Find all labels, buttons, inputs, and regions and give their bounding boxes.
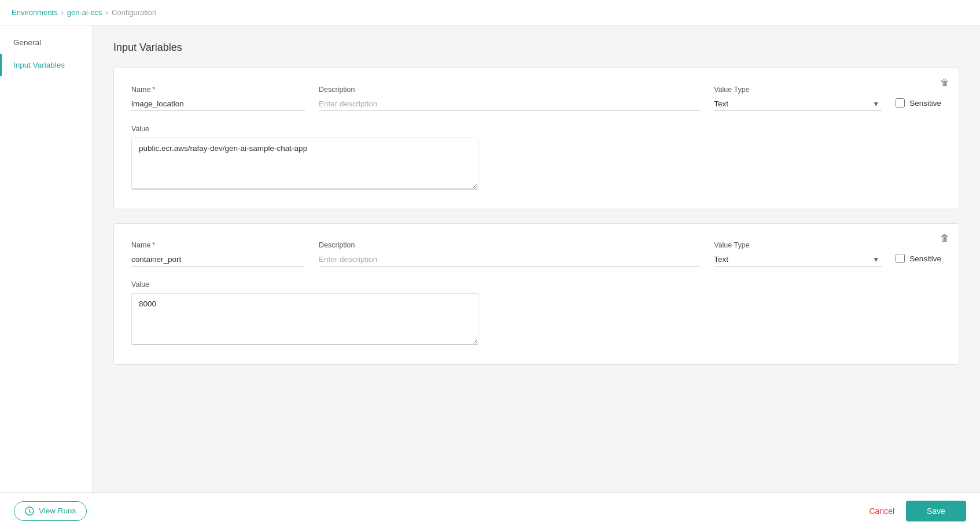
name-field-2: Name* (131, 241, 305, 267)
value-label-1: Value (131, 125, 941, 133)
breadcrumb-environments[interactable]: Environments (12, 8, 57, 17)
value-section-1: Value public.ecr.aws/rafay-dev/gen-ai-sa… (131, 125, 941, 191)
delete-button-2[interactable]: 🗑 (940, 233, 949, 243)
value-textarea-2[interactable]: 8000 (131, 293, 478, 345)
sidebar: General Input Variables (0, 25, 93, 529)
breadcrumb: Environments › gen-ai-ecs › Configuratio… (0, 0, 980, 25)
desc-field-2: Description (319, 241, 700, 267)
desc-label-2: Description (319, 241, 700, 249)
breadcrumb-sep2: › (106, 8, 108, 17)
value-section-2: Value 8000 (131, 280, 941, 347)
type-select-2[interactable]: Text Number Boolean (714, 253, 882, 267)
view-runs-button[interactable]: View Runs (14, 501, 87, 521)
bottom-bar: View Runs Cancel Save (0, 492, 980, 529)
type-select-1[interactable]: Text Number Boolean (714, 97, 882, 111)
sensitive-checkbox-2[interactable] (896, 254, 905, 263)
save-button[interactable]: Save (906, 501, 966, 521)
required-star-1: * (152, 86, 155, 94)
variable-card-2: 🗑 Name* Description Value Type (113, 223, 959, 365)
name-field-1: Name* (131, 86, 305, 111)
value-label-2: Value (131, 280, 941, 288)
required-star-2: * (152, 241, 155, 249)
sensitive-label-1: Sensitive (909, 99, 941, 108)
cancel-button[interactable]: Cancel (869, 506, 894, 516)
name-label-1: Name* (131, 86, 305, 94)
type-label-2: Value Type (714, 241, 882, 249)
delete-button-1[interactable]: 🗑 (940, 77, 949, 88)
name-label-2: Name* (131, 241, 305, 249)
desc-label-1: Description (319, 86, 700, 94)
desc-input-2[interactable] (319, 253, 700, 267)
sensitive-label-2: Sensitive (909, 254, 941, 263)
breadcrumb-sep1: › (61, 8, 63, 17)
type-field-2: Value Type Text Number Boolean ▼ (714, 241, 882, 267)
variable-card-1: 🗑 Name* Description Value Type (113, 68, 959, 209)
content-area: Input Variables 🗑 Name* Description (93, 25, 980, 529)
sidebar-item-general[interactable]: General (0, 31, 92, 54)
sensitive-group-2: Sensitive (896, 254, 941, 263)
name-input-2[interactable] (131, 253, 305, 267)
desc-field-1: Description (319, 86, 700, 111)
value-textarea-1[interactable]: public.ecr.aws/rafay-dev/gen-ai-sample-c… (131, 138, 478, 190)
sensitive-group-1: Sensitive (896, 98, 941, 108)
sensitive-checkbox-1[interactable] (896, 98, 905, 108)
breadcrumb-configuration: Configuration (112, 8, 156, 17)
name-input-1[interactable] (131, 97, 305, 111)
type-field-1: Value Type Text Number Boolean ▼ (714, 86, 882, 111)
type-label-1: Value Type (714, 86, 882, 94)
clock-icon (25, 506, 34, 516)
desc-input-1[interactable] (319, 97, 700, 111)
breadcrumb-gen-ai-ecs[interactable]: gen-ai-ecs (67, 8, 102, 17)
bottom-right-actions: Cancel Save (869, 501, 966, 521)
page-title: Input Variables (113, 42, 959, 54)
sidebar-item-input-variables[interactable]: Input Variables (0, 54, 92, 76)
